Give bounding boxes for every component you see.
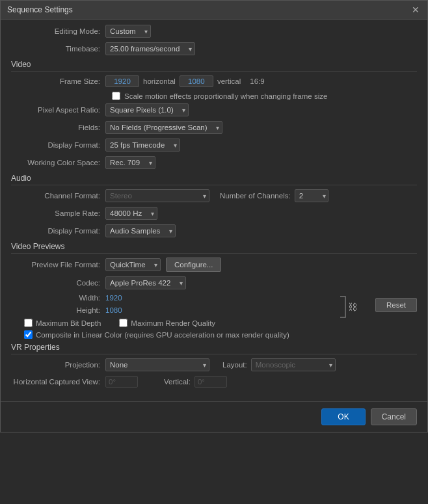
audio-display-format-select-wrapper: Audio Samples: [105, 224, 176, 237]
projection-row: Projection: None Layout: Monoscopic: [11, 358, 417, 371]
video-previews-section-header: Video Previews: [11, 242, 417, 254]
link-bracket-area: ⛓: [336, 295, 357, 319]
fields-row: Fields: No Fields (Progressive Scan): [11, 121, 417, 134]
composite-linear-row: Composite in Linear Color (requires GPU …: [11, 330, 417, 339]
sample-rate-select[interactable]: 48000 Hz: [105, 207, 157, 220]
channel-format-row: Channel Format: Stereo Number of Channel…: [11, 189, 417, 202]
num-channels-select[interactable]: 2: [295, 189, 328, 202]
timebase-select[interactable]: 25.00 frames/second: [105, 42, 195, 55]
codec-select[interactable]: Apple ProRes 422: [105, 276, 186, 289]
video-previews-section: Video Previews Preview File Format: Quic…: [11, 242, 417, 339]
working-color-space-select[interactable]: Rec. 709: [105, 156, 155, 169]
preview-width-value[interactable]: 1920: [105, 294, 122, 302]
scale-checkbox-label: Scale motion effects proportionally when…: [124, 92, 327, 100]
preview-file-format-select[interactable]: QuickTime: [105, 258, 161, 271]
cancel-button[interactable]: Cancel: [371, 408, 417, 425]
dimensions-fields: Width: 1920 Height: 1080: [11, 294, 334, 319]
editing-mode-row: Editing Mode: Custom: [11, 25, 417, 38]
working-color-space-select-wrapper: Rec. 709: [105, 156, 155, 169]
close-button[interactable]: ✕: [410, 5, 421, 15]
codec-select-wrapper: Apple ProRes 422: [105, 276, 186, 289]
video-display-format-row: Display Format: 25 fps Timecode: [11, 139, 417, 152]
scale-checkbox-row: Scale motion effects proportionally when…: [11, 92, 417, 100]
layout-label: Layout:: [222, 361, 247, 369]
audio-section-header: Audio: [11, 174, 417, 185]
ok-button[interactable]: OK: [321, 408, 365, 425]
captured-view-row: Horizontal Captured View: Vertical:: [11, 376, 417, 388]
bracket-svg: [336, 295, 347, 319]
sample-rate-select-wrapper: 48000 Hz: [105, 207, 157, 220]
pixel-aspect-ratio-select-wrapper: Square Pixels (1.0): [105, 103, 189, 116]
frame-width-input[interactable]: 1920: [105, 75, 139, 87]
max-bit-depth-checkbox[interactable]: [24, 319, 33, 327]
bit-depth-row: Maximum Bit Depth Maximum Render Quality: [11, 319, 417, 327]
pixel-aspect-ratio-select[interactable]: Square Pixels (1.0): [105, 103, 189, 116]
preview-file-format-select-wrapper: QuickTime: [105, 258, 161, 271]
codec-row: Codec: Apple ProRes 422: [11, 276, 417, 289]
scale-checkbox[interactable]: [112, 92, 120, 100]
horizontal-captured-input[interactable]: [105, 376, 138, 388]
projection-label: Projection:: [11, 361, 105, 369]
timebase-label: Timebase:: [11, 45, 105, 53]
vertical-captured-input[interactable]: [194, 376, 227, 388]
reset-button-area: Reset: [365, 298, 417, 312]
editing-mode-select[interactable]: Custom: [105, 25, 151, 38]
preview-file-format-row: Preview File Format: QuickTime Configure…: [11, 258, 417, 272]
fields-label: Fields:: [11, 124, 105, 131]
chain-link-icon[interactable]: ⛓: [348, 302, 357, 312]
audio-section: Audio Channel Format: Stereo Number of C…: [11, 174, 417, 237]
sample-rate-row: Sample Rate: 48000 Hz: [11, 207, 417, 220]
frame-height-input[interactable]: 1080: [180, 75, 213, 87]
bracket-icon: [336, 295, 347, 319]
preview-height-row: Height: 1080: [11, 306, 334, 314]
timebase-row: Timebase: 25.00 frames/second: [11, 42, 417, 55]
configure-button[interactable]: Configure...: [166, 258, 221, 272]
working-color-space-row: Working Color Space: Rec. 709: [11, 156, 417, 169]
channel-format-select[interactable]: Stereo: [105, 189, 209, 202]
bottom-bar: OK Cancel: [1, 401, 427, 432]
preview-height-value[interactable]: 1080: [105, 306, 122, 314]
codec-label: Codec:: [11, 279, 105, 287]
vertical-label: vertical: [217, 77, 241, 85]
working-color-space-label: Working Color Space:: [11, 159, 105, 166]
editing-mode-select-wrapper: Custom: [105, 25, 151, 38]
editing-mode-label: Editing Mode:: [11, 27, 105, 35]
horizontal-captured-label: Horizontal Captured View:: [11, 378, 105, 386]
frame-size-label: Frame Size:: [11, 77, 105, 85]
vr-vertical-label: Vertical:: [164, 378, 191, 386]
audio-display-format-row: Display Format: Audio Samples: [11, 224, 417, 237]
max-bit-depth-label: Maximum Bit Depth: [36, 319, 101, 327]
fields-select[interactable]: No Fields (Progressive Scan): [105, 121, 222, 134]
dimensions-area: Width: 1920 Height: 1080: [11, 294, 417, 319]
projection-select[interactable]: None: [105, 358, 209, 371]
preview-width-row: Width: 1920: [11, 294, 334, 302]
fields-select-wrapper: No Fields (Progressive Scan): [105, 121, 222, 134]
num-channels-label: Number of Channels:: [220, 192, 291, 200]
preview-width-label: Width:: [11, 294, 105, 302]
frame-size-row: Frame Size: 1920 horizontal 1080 vertica…: [11, 75, 417, 87]
composite-linear-label: Composite in Linear Color (requires GPU …: [36, 331, 289, 339]
layout-select[interactable]: Monoscopic: [251, 358, 336, 371]
pixel-aspect-ratio-row: Pixel Aspect Ratio: Square Pixels (1.0): [11, 103, 417, 116]
audio-display-format-label: Display Format:: [11, 227, 105, 235]
video-display-format-select[interactable]: 25 fps Timecode: [105, 139, 180, 152]
channel-format-label: Channel Format:: [11, 192, 105, 200]
sample-rate-label: Sample Rate:: [11, 209, 105, 217]
preview-file-format-label: Preview File Format:: [11, 261, 105, 269]
horizontal-label: horizontal: [143, 77, 176, 85]
pixel-aspect-ratio-label: Pixel Aspect Ratio:: [11, 106, 105, 114]
title-bar: Sequence Settings ✕: [1, 1, 427, 20]
aspect-ratio-label: 16:9: [250, 77, 264, 85]
composite-linear-checkbox[interactable]: [24, 330, 33, 339]
channel-format-select-wrapper: Stereo: [105, 189, 209, 202]
timebase-select-wrapper: 25.00 frames/second: [105, 42, 195, 55]
reset-button[interactable]: Reset: [375, 298, 417, 312]
video-section-header: Video: [11, 60, 417, 72]
audio-display-format-select[interactable]: Audio Samples: [105, 224, 176, 237]
max-render-quality-checkbox[interactable]: [119, 319, 127, 327]
max-render-quality-label: Maximum Render Quality: [131, 319, 215, 327]
video-section: Video Frame Size: 1920 horizontal 1080 v…: [11, 60, 417, 169]
window-title: Sequence Settings: [7, 5, 73, 14]
num-channels-select-wrapper: 2: [295, 189, 328, 202]
main-content: Editing Mode: Custom Timebase: 25.00 fra…: [1, 20, 427, 397]
